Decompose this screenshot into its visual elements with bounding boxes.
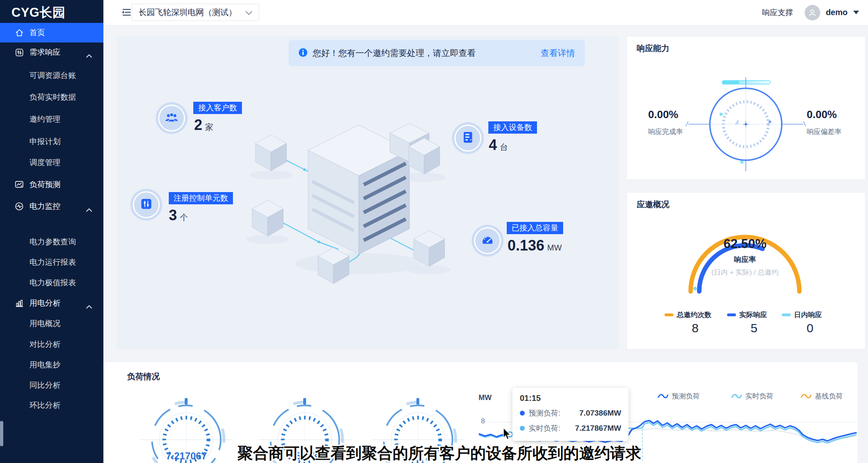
response-rate-label: 响应率 <box>684 255 806 264</box>
stat-value: 4台 <box>489 136 508 154</box>
menu-fold-icon[interactable] <box>121 8 132 18</box>
response-rate-formula: (日内 + 实际) / 总邀约 <box>684 268 806 277</box>
sidebar-item-meter-reading[interactable]: 用电集抄 <box>0 357 103 373</box>
completion-rate-label: 响应完成率 <box>648 127 683 136</box>
total-invitations-count: 8 <box>683 321 707 335</box>
sidebar-item-home[interactable]: 首页 <box>0 23 103 42</box>
mouse-cursor <box>503 427 512 440</box>
bar-chart-icon <box>15 299 24 308</box>
users-icon <box>165 111 179 125</box>
pulse-monitor-icon <box>15 202 24 211</box>
tooltip-row-forecast: 预测负荷: 7.07386MW <box>520 408 621 418</box>
overview-hero-panel: 您好！您有一个邀约需要处理，请立即查看 查看详情 接入客户数 2家 注册控制单元… <box>116 36 618 349</box>
wave-icon-blue <box>658 393 669 399</box>
sidebar-item-power-monitoring[interactable]: 电力监控 <box>0 197 103 215</box>
stat-value: 3个 <box>169 207 188 224</box>
deviation-rate-label: 响应偏差率 <box>807 127 841 136</box>
sidebar-item-yoy-analysis[interactable]: 同比分析 <box>0 377 103 394</box>
sidebar-item-declaration-plan[interactable]: 申报计划 <box>0 134 103 150</box>
legend-swatch-orange <box>664 313 673 316</box>
isometric-network-illustration <box>229 94 478 286</box>
sidebar-item-power-parameter-query[interactable]: 电力参数查询 <box>0 234 103 250</box>
legend-swatch-lightblue <box>782 313 791 316</box>
sidebar-item-label: 电力监控 <box>29 201 60 212</box>
sidebar-item-power-extreme-report[interactable]: 电力极值报表 <box>0 275 103 291</box>
sidebar-item-label: 首页 <box>29 27 45 38</box>
username[interactable]: demo <box>826 8 848 17</box>
chart-legend-realtime[interactable]: 实时负荷 <box>731 391 773 401</box>
sliders-icon <box>15 48 24 57</box>
chart-tooltip: 01:15 预测负荷: 7.07386MW 实时负荷: 7.217867MW <box>512 388 629 441</box>
sidebar-item-invitation-management[interactable]: 邀约管理 <box>0 111 103 127</box>
dot-lightblue <box>520 426 525 431</box>
caret-down-icon[interactable] <box>853 11 859 14</box>
view-details-link[interactable]: 查看详情 <box>541 47 575 59</box>
intraday-response-count: 0 <box>798 321 822 335</box>
chevron-up-icon <box>86 302 92 311</box>
org-selector-value: 长园飞轮深圳电网（测试） <box>139 7 237 18</box>
stat-label-badge: 注册控制单元数 <box>169 192 233 204</box>
sidebar-item-adjustable-resources[interactable]: 可调资源台账 <box>0 67 103 84</box>
notification-text: 您好！您有一个邀约需要处理，请立即查看 <box>313 47 476 59</box>
topbar-right-group: 响应支撑 demo <box>762 0 859 25</box>
control-units-stat-icon-circle <box>130 189 162 221</box>
wave-icon-lightblue <box>731 393 742 399</box>
sidebar-item-power-operation-report[interactable]: 电力运行报表 <box>0 254 103 271</box>
sidebar-item-power-analysis[interactable]: 用电分析 <box>0 294 103 312</box>
scrollbar-thumb[interactable] <box>0 421 3 446</box>
sidebar-item-label: 负荷预测 <box>29 179 60 190</box>
tooltip-row-realtime: 实时负荷: 7.217867MW <box>520 423 621 433</box>
stat-label-badge: 接入客户数 <box>193 102 242 114</box>
sidebar-item-dispatch-management[interactable]: 调度管理 <box>0 154 103 171</box>
chart-legend-baseline[interactable]: 基线负荷 <box>801 391 843 401</box>
avatar[interactable] <box>805 5 820 20</box>
stat-label-badge: 接入设备数 <box>488 121 537 134</box>
invitation-overview-card: 应邀概况 62.50% 响应率 (日内 + 实际) / 总邀约 总邀约次数 实际… <box>626 192 866 349</box>
gauge-icon <box>481 234 494 248</box>
response-capability-card: 响应能力 <box>626 36 866 180</box>
info-icon <box>298 48 308 59</box>
actual-response-count: 5 <box>742 321 766 335</box>
sidebar-item-demand-response[interactable]: 需求响应 <box>0 43 103 61</box>
notification-banner: 您好！您有一个邀约需要处理，请立即查看 查看详情 <box>289 40 585 66</box>
control-sliders-icon <box>140 197 153 212</box>
sidebar-item-load-forecast[interactable]: 负荷预测 <box>0 176 103 194</box>
wave-icon-orange <box>801 393 812 399</box>
deviation-rate-value: 0.00% <box>807 108 837 121</box>
sidebar-item-realtime-load-data[interactable]: 负荷实时数据 <box>0 89 103 105</box>
server-icon <box>462 131 474 145</box>
chevron-up-icon <box>86 51 92 60</box>
dot-blue <box>520 411 525 416</box>
load-gauge-1: 7.217067 <box>139 398 233 463</box>
org-selector-dropdown[interactable]: 长园飞轮深圳电网（测试） <box>132 4 259 21</box>
sidebar-item-power-usage-overview[interactable]: 用电概况 <box>0 315 103 332</box>
devices-stat-icon-circle <box>452 122 484 154</box>
legend-swatch-blue <box>727 313 736 316</box>
completion-rate-value: 0.00% <box>648 108 678 121</box>
legend-item-intraday-response: 日内响应 <box>782 310 822 320</box>
support-link[interactable]: 响应支撑 <box>762 7 793 18</box>
svg-text:7.217067: 7.217067 <box>166 450 207 461</box>
stat-label-badge: 已接入总容量 <box>507 222 563 234</box>
legend-item-actual-response: 实际响应 <box>727 310 767 320</box>
card-title: 负荷情况 <box>127 371 160 382</box>
chevron-down-icon <box>246 8 252 17</box>
sidebar-item-comparison-analysis[interactable]: 对比分析 <box>0 336 103 353</box>
brand-logo: CYG长园 <box>11 4 65 21</box>
response-rate-value: 62.50% <box>684 237 806 251</box>
sidebar-item-label: 用电分析 <box>29 298 60 309</box>
chevron-up-icon <box>86 205 92 214</box>
sidebar: CYG长园 首页 需求响应 可调资源台账 负荷实时数据 邀约管理 申报计划 调度… <box>0 0 103 463</box>
app-root: CYG长园 首页 需求响应 可调资源台账 负荷实时数据 邀约管理 申报计划 调度… <box>0 0 868 463</box>
legend-item-total-invitations: 总邀约次数 <box>664 310 711 320</box>
clients-stat-icon-circle <box>156 102 188 134</box>
sidebar-item-label: 需求响应 <box>29 47 60 58</box>
capacity-stat-icon-circle <box>472 225 503 257</box>
tooltip-time: 01:15 <box>520 394 621 403</box>
chart-legend-forecast[interactable]: 预测负荷 <box>658 391 700 401</box>
sidebar-item-mom-analysis[interactable]: 环比分析 <box>0 397 103 414</box>
stat-value: 0.136MW <box>508 237 562 254</box>
stat-value: 2家 <box>194 116 213 134</box>
forecast-chart-icon <box>15 180 24 189</box>
video-subtitle-overlay: 聚合商可以查看到聚合的所有客户的设备所收到的邀约请求 <box>237 443 641 463</box>
